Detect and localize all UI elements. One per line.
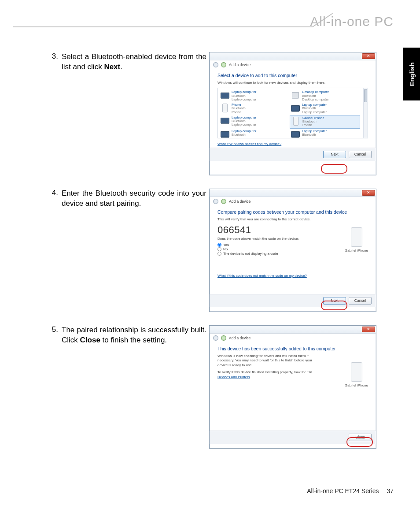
- device-item[interactable]: Desktop computerBluetoothDesktop compute…: [290, 89, 360, 102]
- scrollbar[interactable]: [363, 88, 368, 138]
- add-device-dialog-select: ✕ Add a device Select a device to add to…: [209, 52, 376, 175]
- dialog-footer: Next Cancel: [210, 148, 376, 161]
- step-5: 5. The paired relationship is successful…: [48, 325, 392, 449]
- next-button[interactable]: Next: [323, 151, 346, 158]
- dialog-heading: This device has been successfully added …: [217, 346, 368, 351]
- close-icon[interactable]: ✕: [362, 327, 375, 332]
- device-item[interactable]: Laptop computerBluetoothLaptop computer: [219, 115, 290, 129]
- cancel-button[interactable]: Cancel: [349, 151, 372, 158]
- next-button[interactable]: Next: [323, 297, 346, 305]
- help-link[interactable]: What if Windows doesn't find my device?: [217, 142, 281, 146]
- step-text: Enter the Bluetooth security code into y…: [62, 189, 209, 209]
- device-preview: Gabriel iPhone: [345, 227, 368, 253]
- wizard-icon: [221, 62, 226, 67]
- laptop-icon: [291, 103, 300, 113]
- device-item[interactable]: Laptop computerBluetoothLaptop computer: [290, 102, 360, 115]
- laptop-icon: [220, 130, 230, 139]
- dialog-heading: Select a device to add to this computer: [217, 73, 368, 78]
- dialog-body: Compare pairing codes between your compu…: [210, 206, 376, 294]
- wizard-icon: [221, 335, 226, 341]
- back-icon[interactable]: [213, 62, 218, 67]
- laptop-icon: [220, 116, 230, 126]
- cancel-button[interactable]: Cancel: [349, 297, 372, 305]
- device-item[interactable]: PhoneBluetoothPhone: [219, 102, 290, 115]
- dialog-body: Select a device to add to this computer …: [210, 69, 376, 148]
- step-4: 4. Enter the Bluetooth security code int…: [48, 189, 392, 312]
- close-icon[interactable]: ✕: [362, 190, 375, 196]
- dialog-nav: Add a device: [210, 197, 376, 206]
- dialog-footer: Close: [210, 431, 376, 444]
- content: 3. Select a Bluetooth-enabled device fro…: [48, 52, 392, 462]
- laptop-icon: [220, 90, 230, 100]
- phone-icon: [291, 116, 301, 126]
- step-number: 5.: [48, 325, 62, 334]
- dialog-nav: Add a device: [210, 60, 376, 69]
- back-icon[interactable]: [213, 335, 218, 341]
- language-tab: English: [403, 48, 420, 100]
- device-list[interactable]: Laptop computerBluetoothLaptop computerD…: [217, 88, 368, 138]
- dialog-subtext: This will verify that you are connecting…: [217, 217, 368, 222]
- dialog-titlebar: ✕: [210, 52, 376, 60]
- phone-icon: [349, 362, 364, 382]
- step-text: Select a Bluetooth-enabled device from t…: [62, 52, 209, 72]
- dialog-subtext: Windows will continue to look for new de…: [217, 81, 368, 85]
- header-rule: [13, 26, 313, 27]
- page-number: 37: [387, 487, 394, 494]
- dialog-subtext-2: To verify if this device finished instal…: [217, 370, 319, 379]
- wizard-icon: [221, 199, 226, 204]
- back-icon[interactable]: [213, 199, 218, 204]
- dialog-titlebar: ✕: [210, 326, 376, 334]
- help-link[interactable]: What if this code does not match the cod…: [217, 274, 307, 278]
- device-item[interactable]: Laptop computerBluetooth: [290, 129, 360, 139]
- add-device-dialog-done: ✕ Add a device This device has been succ…: [209, 325, 376, 449]
- devices-printers-link[interactable]: Devices and Printers: [217, 375, 250, 379]
- dialog-title: Add a device: [229, 336, 251, 340]
- close-button[interactable]: Close: [349, 434, 372, 441]
- desktop-icon: [291, 90, 300, 100]
- dialog-nav: Add a device: [210, 334, 376, 342]
- step-number: 3.: [48, 52, 62, 61]
- footer-series: All-in-one PC ET24 Series: [307, 487, 379, 494]
- page-footer: All-in-one PC ET24 Series 37: [307, 487, 394, 494]
- step-text: The paired relationship is successfully …: [62, 325, 209, 346]
- phone-icon: [220, 103, 230, 113]
- device-item[interactable]: Gabriel iPhoneBluetoothPhone: [290, 115, 360, 129]
- dialog-body: This device has been successfully added …: [210, 342, 376, 431]
- step-3: 3. Select a Bluetooth-enabled device fro…: [48, 52, 392, 175]
- highlight-ring: [321, 164, 347, 174]
- product-title: All-in-one PC: [310, 14, 394, 29]
- device-name: Gabriel iPhone: [345, 383, 368, 387]
- device-item[interactable]: Laptop computerBluetoothLaptop computer: [219, 89, 290, 102]
- dialog-titlebar: ✕: [210, 189, 376, 197]
- laptop-icon: [291, 130, 300, 139]
- dialog-footer: Next Cancel: [210, 294, 376, 307]
- dialog-title: Add a device: [229, 199, 251, 204]
- language-label: English: [408, 62, 416, 86]
- dialog-title: Add a device: [229, 63, 251, 67]
- device-name: Gabriel iPhone: [345, 249, 368, 253]
- add-device-dialog-pair: ✕ Add a device Compare pairing codes bet…: [209, 189, 376, 312]
- device-preview: Gabriel iPhone: [345, 362, 368, 387]
- close-icon[interactable]: ✕: [362, 53, 375, 59]
- device-item[interactable]: Laptop computerBluetooth: [219, 129, 290, 139]
- step-number: 4.: [48, 189, 62, 197]
- dialog-subtext: Windows is now checking for drivers and …: [217, 354, 319, 368]
- phone-icon: [349, 227, 364, 247]
- dialog-heading: Compare pairing codes between your compu…: [217, 209, 368, 215]
